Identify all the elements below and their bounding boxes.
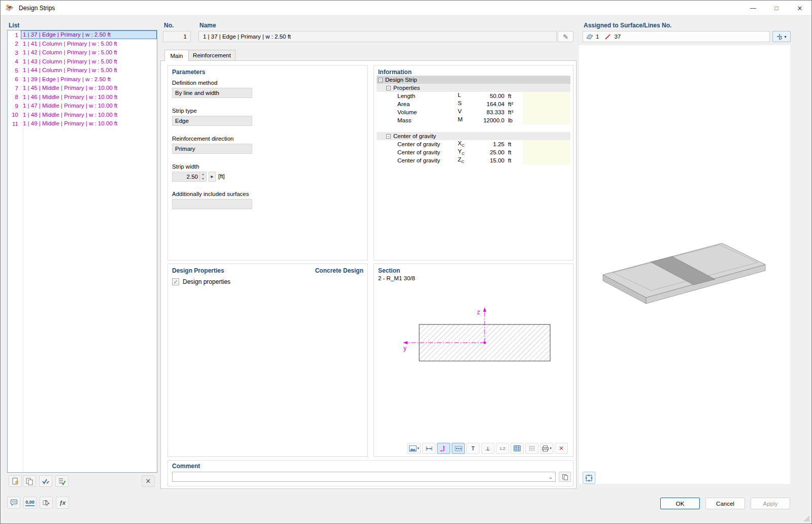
table-icon (514, 445, 521, 451)
list-item[interactable]: 1 1 | 37 | Edge | Primary | w : 2.50 ft (8, 30, 157, 40)
checkbox-checked-icon: ✓ (172, 278, 179, 285)
list-item[interactable]: 10 1 | 48 | Middle | Primary | w : 10.00… (8, 111, 157, 120)
bottom-fiber-icon: ⊥ (485, 446, 490, 451)
parameters-group: Parameters Definition method By line and… (167, 65, 368, 260)
list-item[interactable]: 3 1 | 42 | Column | Primary | w : 5.00 f… (8, 48, 157, 57)
dimensions-button[interactable] (422, 443, 435, 454)
no-caption: No. (164, 22, 174, 29)
tab-main[interactable]: Main (164, 50, 189, 61)
close-button[interactable]: ✕ (788, 1, 811, 16)
rename-button[interactable]: ✎ (558, 31, 573, 42)
comment-combobox[interactable]: ⌄ (172, 472, 556, 482)
picture-icon (409, 445, 417, 452)
comment-help-button[interactable] (7, 497, 20, 509)
spinner-arrows[interactable]: ▲ ▼ (199, 172, 206, 181)
fx-icon: ƒx (59, 500, 65, 506)
strip-number-field: 1 (163, 31, 191, 42)
title-bar[interactable]: Design Strips — □ ✕ (1, 1, 811, 16)
ok-button[interactable]: OK (660, 498, 700, 509)
tab-reinforcement[interactable]: Reinforcement (188, 50, 235, 61)
list-item[interactable]: 9 1 | 47 | Middle | Primary | w : 10.00 … (8, 102, 157, 111)
apply-button[interactable]: Apply (751, 498, 790, 509)
delete-strip-button[interactable]: ✕ (142, 475, 155, 487)
unit-selector-button[interactable]: ▶ (209, 172, 216, 182)
information-caption: Information (378, 69, 412, 76)
unit-arrow-icon: ▶ (211, 175, 213, 179)
design-properties-checkbox-row: ✓ Design properties (172, 278, 230, 285)
maximize-button[interactable]: □ (765, 1, 788, 16)
spinner-down-icon[interactable]: ▼ (200, 177, 206, 181)
section-view-button[interactable]: ▾ (408, 443, 421, 454)
combo-chevron-icon[interactable]: ⌄ (546, 474, 555, 480)
resize-grip[interactable] (803, 515, 810, 522)
info-row: Area S 164.04 ft² (377, 100, 570, 108)
grid-button[interactable] (525, 443, 538, 454)
tree-group-row[interactable]: − Properties (377, 84, 570, 92)
dimension-icon (425, 445, 433, 452)
cancel-button[interactable]: Cancel (705, 498, 745, 509)
strip-type-field[interactable]: Edge (172, 116, 252, 126)
chevron-down-icon: ▾ (550, 446, 552, 450)
chevron-down-icon: ▾ (417, 446, 419, 450)
list-item[interactable]: 4 1 | 43 | Column | Primary | w : 5.00 f… (8, 57, 157, 67)
numbering-button[interactable]: 1.2 (496, 443, 509, 454)
list-item[interactable]: 5 1 | 44 | Column | Primary | w : 5.00 f… (8, 66, 157, 75)
window-title: Design Strips (19, 5, 55, 12)
pick-in-model-button[interactable] (40, 497, 53, 509)
axes-icon (440, 445, 448, 452)
strip-name-field[interactable]: 1 | 37 | Edge | Primary | w : 2.50 ft (198, 31, 557, 42)
concrete-design-caption: Concrete Design (315, 267, 363, 274)
print-button[interactable]: ▾ (540, 443, 553, 454)
formula-button[interactable]: ƒx (56, 497, 69, 509)
apply-check-button[interactable] (39, 475, 52, 487)
copy-strip-button[interactable] (23, 475, 36, 487)
units-settings-button[interactable]: 0,00 (23, 497, 37, 509)
reinforcement-direction-field[interactable]: Primary (172, 144, 252, 154)
copy-icon (25, 477, 33, 485)
additional-surfaces-field[interactable] (172, 199, 252, 209)
spinner-up-icon[interactable]: ▲ (200, 172, 206, 177)
axis-z-label: z (477, 309, 480, 316)
3d-viewport[interactable] (579, 45, 790, 484)
definition-method-field[interactable]: By line and width (172, 88, 252, 98)
reinforcement-direction-label: Reinforcement direction (172, 136, 233, 142)
info-row: Mass M 12000.0 lb (377, 116, 570, 124)
comment-copy-button[interactable] (559, 472, 571, 482)
stress-points-toggle-button[interactable] (452, 443, 465, 454)
top-fiber-button[interactable]: T (466, 443, 480, 454)
fit-view-button[interactable] (583, 472, 595, 484)
collapse-icon[interactable]: − (378, 78, 383, 82)
checklist-button[interactable] (55, 475, 69, 487)
result-table-button[interactable] (511, 443, 524, 454)
collapse-icon[interactable]: − (386, 86, 391, 90)
strip-width-spinner[interactable]: 2.50 ▲ ▼ (172, 172, 207, 182)
assigned-field[interactable]: 1 37 (583, 31, 770, 42)
axes-toggle-button[interactable] (437, 443, 450, 454)
list-gutter-divider (23, 30, 23, 472)
surface-icon (586, 34, 593, 40)
design-strips-list[interactable]: 1 1 | 37 | Edge | Primary | w : 2.50 ft … (7, 30, 157, 473)
list-item[interactable]: 11 1 | 49 | Middle | Primary | w : 10.00… (8, 119, 157, 128)
app-icon (6, 4, 14, 12)
section-caption: Section (378, 267, 400, 274)
list-item[interactable]: 7 1 | 45 | Middle | Primary | w : 10.00 … (8, 84, 157, 93)
clear-view-button[interactable]: ✕ (555, 443, 568, 454)
tree-root-row[interactable]: − Design Strip (377, 76, 570, 84)
list-item[interactable]: 2 1 | 41 | Column | Primary | w : 5.00 f… (8, 40, 157, 49)
comment-group: Comment ⌄ (167, 460, 573, 486)
new-document-icon (11, 477, 19, 485)
tree-group-row[interactable]: − Center of gravity (377, 132, 570, 140)
collapse-icon[interactable]: − (386, 134, 391, 139)
copy-icon (562, 474, 568, 480)
select-objects-button[interactable]: ▾ (772, 31, 791, 42)
new-strip-button[interactable] (9, 475, 22, 487)
list-item[interactable]: 8 1 | 46 | Middle | Primary | w : 10.00 … (8, 93, 157, 102)
minimize-button[interactable]: — (741, 1, 765, 16)
top-fiber-icon: T (471, 446, 475, 451)
assigned-line-number: 37 (614, 34, 621, 40)
list-item[interactable]: 6 1 | 39 | Edge | Primary | w : 2.50 ft (8, 75, 157, 84)
fit-view-icon (585, 474, 593, 482)
comment-caption: Comment (172, 463, 200, 470)
bottom-fiber-button[interactable]: ⊥ (481, 443, 494, 454)
line-pencil-icon (604, 34, 612, 40)
